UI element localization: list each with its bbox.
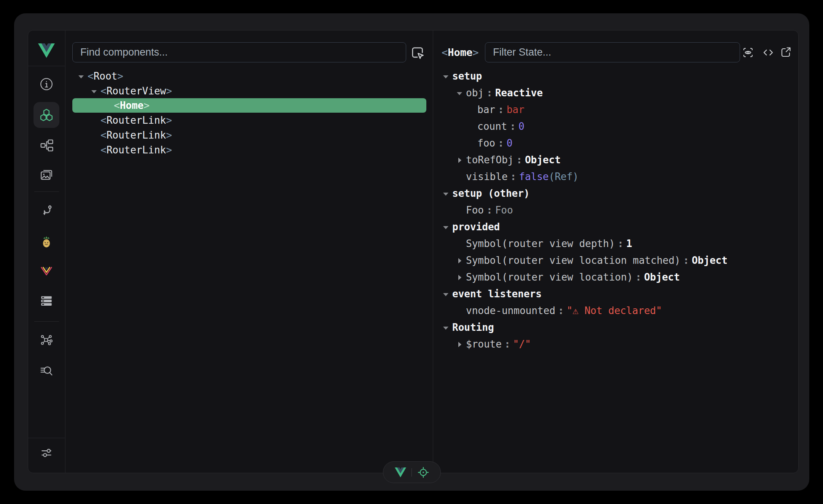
state-value: 1: [626, 238, 632, 249]
state-row-obj[interactable]: obj:Reactive: [433, 85, 798, 101]
devtools-content: <Root><RouterView><Home><RouterLink><Rou…: [28, 30, 799, 473]
tree-node-root[interactable]: <Root>: [65, 69, 433, 83]
colon-separator: :: [510, 171, 517, 182]
state-group-setup[interactable]: setup: [433, 68, 798, 85]
tree-node-home[interactable]: <Home>: [72, 98, 426, 113]
state-group-label: Routing: [452, 322, 494, 333]
state-value: "/": [513, 338, 531, 350]
state-group-label: event listeners: [452, 288, 542, 300]
expand-toggle-icon[interactable]: [91, 89, 97, 94]
component-name: RouterLink: [107, 115, 166, 126]
open-bracket: <: [114, 100, 120, 111]
pinia-pineapple-icon[interactable]: [38, 234, 55, 250]
state-value: Foo: [495, 204, 513, 216]
expand-toggle-icon[interactable]: [457, 342, 462, 347]
state-row-Foo[interactable]: Foo:Foo: [433, 202, 798, 219]
state-key: Symbol(router view location matched): [466, 255, 681, 266]
tree-node-routerlink[interactable]: <RouterLink>: [65, 113, 433, 128]
expand-toggle-icon[interactable]: [443, 225, 448, 230]
state-group-label: setup (other): [452, 188, 530, 199]
colon-separator: :: [486, 204, 493, 216]
state-row-Symbol-router-view-location-matched-[interactable]: Symbol(router view location matched):Obj…: [433, 252, 798, 269]
selected-component-name: Home: [448, 46, 472, 58]
filter-state-input[interactable]: [485, 42, 740, 62]
toolbar-divider: [412, 468, 412, 477]
state-group-setup-other-[interactable]: setup (other): [433, 185, 798, 202]
sidebar: [28, 30, 65, 473]
code-icon[interactable]: [762, 46, 775, 59]
close-bracket: >: [166, 85, 172, 97]
colon-separator: :: [617, 238, 624, 249]
state-inspector: setupobj:Reactivebar:barcount:0foo:0toRe…: [433, 68, 798, 352]
state-key: toRefObj: [466, 154, 514, 166]
open-bracket: <: [88, 70, 94, 82]
state-value: Object: [692, 255, 727, 266]
state-row-bar[interactable]: bar:bar: [433, 101, 798, 118]
colon-separator: :: [504, 338, 510, 350]
colon-separator: :: [486, 87, 493, 99]
expand-toggle-icon[interactable]: [457, 258, 462, 263]
open-bracket: <: [100, 144, 107, 156]
expand-toggle-icon[interactable]: [443, 325, 448, 330]
colon-separator: :: [683, 255, 689, 266]
expand-toggle-icon[interactable]: [443, 74, 448, 79]
list-icon[interactable]: [38, 292, 55, 309]
vue-router-icon[interactable]: [38, 263, 55, 279]
state-row-Symbol-router-view-depth-[interactable]: Symbol(router view depth):1: [433, 235, 798, 252]
vue-logo: [38, 42, 55, 59]
expand-toggle-icon[interactable]: [457, 91, 462, 96]
component-name: RouterLink: [107, 129, 166, 141]
expand-toggle-icon[interactable]: [443, 191, 448, 196]
state-panel: <Home> setupobj:R: [433, 30, 798, 473]
component-name: Home: [120, 100, 144, 111]
router-route-icon[interactable]: [38, 202, 55, 219]
close-bracket: >: [117, 70, 123, 82]
colon-separator: :: [498, 104, 504, 115]
state-key: obj: [466, 87, 484, 99]
tree-node-routerlink[interactable]: <RouterLink>: [65, 142, 433, 157]
state-row-Symbol-router-view-location-[interactable]: Symbol(router view location):Object: [433, 269, 798, 285]
components-icon[interactable]: [38, 107, 55, 123]
state-row--route[interactable]: $route:"/": [433, 336, 798, 352]
colon-separator: :: [558, 305, 564, 316]
pages-icon[interactable]: [38, 166, 55, 183]
colon-separator: :: [635, 271, 641, 283]
select-component-icon[interactable]: [409, 45, 424, 61]
vue-logo[interactable]: [395, 467, 406, 477]
expand-toggle-icon[interactable]: [457, 158, 462, 163]
expand-toggle-icon[interactable]: [457, 275, 462, 280]
tree-node-routerview[interactable]: <RouterView>: [65, 83, 433, 98]
inspect-search-icon[interactable]: [38, 363, 55, 380]
tree-node-routerlink[interactable]: <RouterLink>: [65, 128, 433, 142]
state-row-count[interactable]: count:0: [433, 118, 798, 135]
state-key: Symbol(router view depth): [466, 238, 615, 249]
info-icon[interactable]: [38, 76, 55, 93]
state-value-suffix: (Ref): [549, 171, 579, 182]
settings-sliders-icon[interactable]: [38, 444, 55, 461]
component-name: Root: [94, 70, 118, 82]
state-group-event-listeners[interactable]: event listeners: [433, 285, 798, 302]
tree-icon[interactable]: [38, 137, 55, 154]
eye-scan-icon[interactable]: [742, 46, 754, 59]
expand-toggle-icon[interactable]: [443, 292, 448, 297]
close-bracket: >: [166, 144, 172, 156]
open-bracket: <: [100, 115, 107, 126]
state-value: 0: [518, 121, 525, 132]
state-group-Routing[interactable]: Routing: [433, 319, 798, 336]
sidebar-divider: [34, 321, 59, 322]
close-bracket: >: [144, 100, 150, 111]
expand-toggle-icon[interactable]: [78, 74, 84, 79]
state-row-foo[interactable]: foo:0: [433, 135, 798, 152]
state-row-visible[interactable]: visible:false(Ref): [433, 168, 798, 185]
graph-icon[interactable]: [38, 332, 55, 348]
state-value: 0: [507, 137, 513, 149]
state-row-toRefObj[interactable]: toRefObj:Object: [433, 152, 798, 168]
sidebar-divider: [34, 191, 59, 192]
external-link-icon[interactable]: [779, 46, 792, 59]
crosshair-icon[interactable]: [417, 466, 429, 478]
selected-component-tag: <Home>: [442, 42, 479, 62]
state-key: $route: [466, 338, 502, 350]
state-group-provided[interactable]: provided: [433, 219, 798, 235]
find-components-input[interactable]: [72, 42, 406, 62]
state-row-vnode-unmounted[interactable]: vnode-unmounted:"⚠ Not declared": [433, 302, 798, 319]
